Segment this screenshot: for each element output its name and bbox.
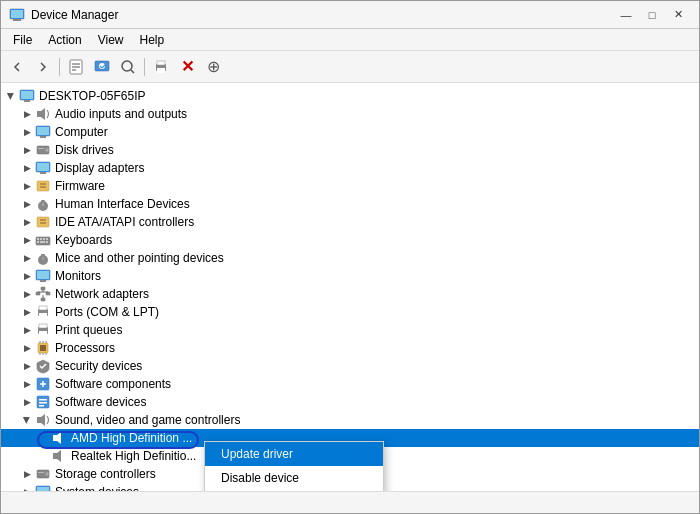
window-title: Device Manager	[31, 8, 118, 22]
print-button[interactable]	[149, 55, 173, 79]
tree-root[interactable]: ▶ DESKTOP-05F65IP	[1, 87, 699, 105]
sw-comp-label: Software components	[55, 377, 171, 391]
svg-rect-65	[40, 345, 46, 351]
svg-rect-76	[39, 405, 44, 407]
computer-icon	[35, 124, 51, 140]
remove-button[interactable]: ✕	[175, 55, 199, 79]
tree-item-firmware[interactable]: ▶ Firmware	[1, 177, 699, 195]
svg-rect-1	[13, 19, 21, 21]
tree-item-audio[interactable]: ▶ Audio inputs and outputs	[1, 105, 699, 123]
tree-item-monitors[interactable]: ▶ Monitors	[1, 267, 699, 285]
context-menu-update-driver[interactable]: Update driver	[205, 442, 383, 466]
tree-item-security[interactable]: ▶ Security devices	[1, 357, 699, 375]
ide-icon	[35, 214, 51, 230]
menu-view[interactable]: View	[90, 31, 132, 49]
tree-item-computer[interactable]: ▶ Computer	[1, 123, 699, 141]
tree-item-network[interactable]: ▶ Network adapters	[1, 285, 699, 303]
svg-rect-78	[53, 435, 57, 441]
tree-item-ports[interactable]: ▶ Ports (COM & LPT)	[1, 303, 699, 321]
svg-rect-63	[39, 331, 47, 336]
svg-rect-39	[43, 238, 45, 240]
display-icon	[35, 160, 51, 176]
tree-item-software-devices[interactable]: ▶ Software devices	[1, 393, 699, 411]
sw-dev-icon	[35, 394, 51, 410]
tree-item-software-components[interactable]: ▶ Software components	[1, 375, 699, 393]
tree-item-hid[interactable]: ▶ Human Interface Devices	[1, 195, 699, 213]
sw-dev-label: Software devices	[55, 395, 146, 409]
tree-item-ide[interactable]: ▶ IDE ATA/ATAPI controllers	[1, 213, 699, 231]
sw-comp-icon	[35, 376, 51, 392]
menu-help[interactable]: Help	[132, 31, 173, 49]
svg-rect-41	[37, 241, 39, 243]
security-arrow: ▶	[21, 360, 33, 372]
update-driver-button[interactable]	[90, 55, 114, 79]
sw-dev-arrow: ▶	[21, 396, 33, 408]
svg-rect-33	[37, 217, 49, 227]
tree-item-display[interactable]: ▶ Display adapters	[1, 159, 699, 177]
svg-rect-60	[39, 313, 47, 318]
svg-rect-23	[38, 148, 44, 149]
svg-rect-62	[39, 324, 47, 328]
firmware-arrow: ▶	[21, 180, 33, 192]
status-bar	[1, 491, 699, 513]
svg-rect-2	[11, 10, 23, 18]
tree-item-mice[interactable]: ▶ Mice and other pointing devices	[1, 249, 699, 267]
tree-item-keyboards[interactable]: ▶ Keyboards	[1, 231, 699, 249]
svg-rect-26	[40, 172, 46, 174]
mice-icon	[35, 250, 51, 266]
svg-rect-53	[41, 298, 45, 301]
display-arrow: ▶	[21, 162, 33, 174]
properties-toolbar-button[interactable]	[64, 55, 88, 79]
add-button[interactable]: ⊕	[201, 55, 225, 79]
sw-comp-arrow: ▶	[21, 378, 33, 390]
svg-rect-59	[39, 306, 47, 310]
root-arrow: ▶	[5, 90, 17, 102]
forward-button[interactable]	[31, 55, 55, 79]
context-menu-disable-device[interactable]: Disable device	[205, 466, 383, 490]
mice-arrow: ▶	[21, 252, 33, 264]
firmware-label: Firmware	[55, 179, 105, 193]
audio-icon	[35, 106, 51, 122]
keyboards-arrow: ▶	[21, 234, 33, 246]
svg-point-81	[45, 472, 49, 476]
ports-arrow: ▶	[21, 306, 33, 318]
context-menu-uninstall-device[interactable]: Uninstall device	[205, 490, 383, 491]
processors-label: Processors	[55, 341, 115, 355]
amd-label: AMD High Definition ...	[71, 431, 192, 445]
svg-rect-79	[53, 453, 57, 459]
toolbar-separator-2	[144, 58, 145, 76]
ide-label: IDE ATA/ATAPI controllers	[55, 215, 194, 229]
svg-rect-40	[46, 238, 48, 240]
menu-action[interactable]: Action	[40, 31, 89, 49]
network-arrow: ▶	[21, 288, 33, 300]
firmware-icon	[35, 178, 51, 194]
print-icon	[35, 322, 51, 338]
svg-rect-20	[40, 136, 46, 138]
tree-item-processors[interactable]: ▶ Processors	[1, 339, 699, 357]
sound-arrow: ▶	[21, 414, 33, 426]
minimize-button[interactable]: —	[613, 5, 639, 25]
monitors-icon	[35, 268, 51, 284]
amd-icon	[51, 430, 67, 446]
svg-rect-42	[40, 241, 45, 243]
svg-rect-16	[24, 100, 30, 102]
storage-arrow: ▶	[21, 468, 33, 480]
ide-arrow: ▶	[21, 216, 33, 228]
tree-item-sound[interactable]: ▶ Sound, video and game controllers	[1, 411, 699, 429]
back-button[interactable]	[5, 55, 29, 79]
menu-file[interactable]: File	[5, 31, 40, 49]
monitors-label: Monitors	[55, 269, 101, 283]
network-label: Network adapters	[55, 287, 149, 301]
scan-button[interactable]	[116, 55, 140, 79]
toolbar: ✕ ⊕	[1, 51, 699, 83]
print-label: Print queues	[55, 323, 122, 337]
tree-item-print[interactable]: ▶ Print queues	[1, 321, 699, 339]
tree-item-disk[interactable]: ▶ Disk drives	[1, 141, 699, 159]
close-button[interactable]: ✕	[665, 5, 691, 25]
system-icon	[35, 484, 51, 491]
svg-rect-50	[41, 287, 45, 290]
maximize-button[interactable]: □	[639, 5, 665, 25]
tree-view[interactable]: ▶ DESKTOP-05F65IP ▶	[1, 83, 699, 491]
disk-label: Disk drives	[55, 143, 114, 157]
svg-rect-25	[37, 163, 49, 171]
